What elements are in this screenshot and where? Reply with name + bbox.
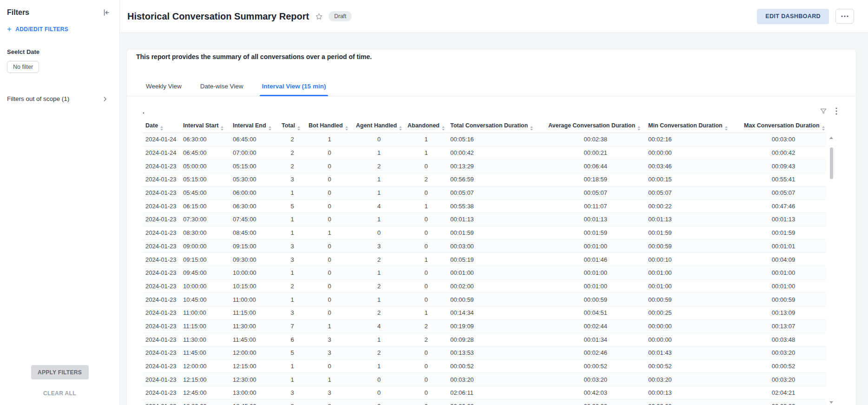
collapse-left-icon [103,9,110,16]
column-header-label: Bot Handled [309,122,343,129]
dashboard-more-button[interactable] [835,9,854,24]
table-cell: 00:00:00 [645,319,741,333]
sort-arrows-icon[interactable] [297,126,300,131]
table-cell: 00:00:10 [645,253,741,266]
scroll-up-icon[interactable] [829,137,833,139]
table-row[interactable]: 2024-01-2305:00:0005:15:00202000:13:2900… [143,159,826,173]
table-cell: 1 [279,186,306,199]
table-scrollbar[interactable] [829,135,834,405]
table-row[interactable]: 2024-01-2313:30:0013:45:00220000:00:0000… [143,399,826,405]
table-row[interactable]: 2024-01-2307:30:0007:45:00101000:01:1300… [143,213,826,226]
table-row[interactable]: 2024-01-2310:00:0010:15:00202000:02:0000… [143,279,826,293]
table-row[interactable]: 2024-01-2309:15:0009:30:00302100:05:1900… [143,253,826,266]
column-header[interactable]: Agent Handled [353,120,405,133]
table-cell: 00:00:59 [741,293,826,306]
table-row[interactable]: 2024-01-2312:00:0012:15:00101000:00:5200… [143,359,826,373]
column-header[interactable]: Interval Start [180,120,230,133]
tab-date-wise-view[interactable]: Date-wise View [198,77,246,96]
column-header[interactable]: Bot Handled [306,120,353,133]
column-header[interactable]: Date [143,120,180,133]
report-tabs: Weekly ViewDate-wise ViewInterval View (… [127,77,856,96]
column-header[interactable]: Total Conversation Duration [447,120,546,133]
table-cell: 12:00:00 [230,346,279,360]
table-cell: 2024-01-23 [143,333,180,346]
table-cell: 2024-01-23 [143,359,180,373]
table-cell: 2 [353,306,405,319]
table-cell: 00:01:13 [447,213,546,226]
table-cell: 00:01:13 [741,213,826,226]
funnel-icon [820,107,827,115]
table-cell: 11:00:00 [230,293,279,306]
table-row[interactable]: 2024-01-2309:00:0009:15:00303000:03:0000… [143,239,826,253]
scroll-down-icon[interactable] [829,401,833,404]
table-row[interactable]: 2024-01-2306:15:0006:30:00504100:55:3800… [143,199,826,213]
table-row[interactable]: 2024-01-2311:45:0012:00:00532000:13:5300… [143,346,826,360]
column-header[interactable]: Min Conversation Duration [645,120,741,133]
column-header-label: Agent Handled [356,122,397,129]
table-cell: 13:00:00 [230,386,279,400]
table-cell: 1 [353,293,405,306]
table-cell: 00:00:00 [741,399,826,405]
table-more-button[interactable] [835,107,837,115]
table-cell: 00:02:38 [546,133,645,146]
table-cell: 1 [279,293,306,306]
column-header[interactable]: Average Conversation Duration [546,120,645,133]
table-row[interactable]: 2024-01-2311:15:0011:30:00714200:19:0900… [143,319,826,333]
table-cell: 1 [353,146,405,159]
table-cell: 2024-01-23 [143,293,180,306]
table-row[interactable]: 2024-01-2309:45:0010:00:00101000:01:0000… [143,266,826,279]
collapse-sidebar-button[interactable] [103,9,110,16]
table-row[interactable]: 2024-01-2305:45:0006:00:00101000:05:0700… [143,186,826,199]
table-cell: 08:30:00 [180,226,230,239]
table-cell: 00:03:20 [447,373,546,386]
tab-interval-view-15-min[interactable]: Interval View (15 min) [260,77,329,96]
add-edit-filters-button[interactable]: + ADD/EDIT FILTERS [7,26,112,33]
column-header[interactable]: Max Conversation Duration [741,120,826,133]
table-row[interactable]: 2024-01-2310:45:0011:00:00101000:00:5900… [143,293,826,306]
sort-arrows-icon[interactable] [160,126,163,131]
sort-arrows-icon[interactable] [269,126,271,131]
table-row[interactable]: 2024-01-2305:15:0005:30:00301200:56:5900… [143,173,826,186]
favorite-star-button[interactable] [315,13,323,20]
clear-all-button[interactable]: CLEAR ALL [0,390,119,397]
table-cell: 11:15:00 [180,319,230,333]
table-row[interactable]: 2024-01-2406:30:0006:45:00210100:05:1600… [143,133,826,146]
table-cell: 0 [405,239,447,253]
widget-header: . [143,106,837,117]
table-cell: 00:05:07 [741,186,826,199]
table-filter-button[interactable] [820,107,827,115]
edit-dashboard-button[interactable]: EDIT DASHBOARD [757,9,829,24]
table-cell: 0 [306,279,353,293]
sort-arrows-icon[interactable] [638,126,640,131]
table-row[interactable]: 2024-01-2406:45:0007:00:00201100:00:4200… [143,146,826,159]
table-row[interactable]: 2024-01-2312:15:0012:30:00110000:03:2000… [143,373,826,386]
tab-weekly-view[interactable]: Weekly View [144,77,184,96]
apply-filters-button[interactable]: APPLY FILTERS [31,365,89,379]
sort-arrows-icon[interactable] [399,126,402,131]
table-cell: 00:11:07 [546,199,645,213]
table-row[interactable]: 2024-01-2311:30:0011:45:00631200:09:2800… [143,333,826,346]
scrollbar-thumb[interactable] [830,147,833,179]
table-cell: 5 [279,346,306,360]
column-header[interactable]: Total [279,120,306,133]
sort-arrows-icon[interactable] [725,126,728,131]
sort-arrows-icon[interactable] [221,126,224,131]
sort-arrows-icon[interactable] [442,126,445,131]
column-header[interactable]: Abandoned [405,120,447,133]
table-row[interactable]: 2024-01-2312:45:0013:00:00330002:06:1100… [143,386,826,400]
table-cell: 1 [353,186,405,199]
table-cell: 00:05:07 [546,186,645,199]
filters-out-of-scope-label: Filters out of scope (1) [7,95,69,102]
table-row[interactable]: 2024-01-2311:00:0011:15:00302100:14:3400… [143,306,826,319]
table-row[interactable]: 2024-01-2308:30:0008:45:00110000:01:5900… [143,226,826,239]
no-filter-chip[interactable]: No filter [7,61,39,73]
table-cell: 0 [306,293,353,306]
filters-out-of-scope-row[interactable]: Filters out of scope (1) [7,95,108,102]
table-cell: 00:55:41 [741,173,826,186]
report-content: This report provides the summary of all … [120,33,868,405]
sort-arrows-icon[interactable] [345,126,348,131]
sort-arrows-icon[interactable] [530,126,533,131]
plus-icon: + [7,27,12,32]
column-header[interactable]: Interval End [230,120,279,133]
sort-arrows-icon[interactable] [822,126,825,131]
